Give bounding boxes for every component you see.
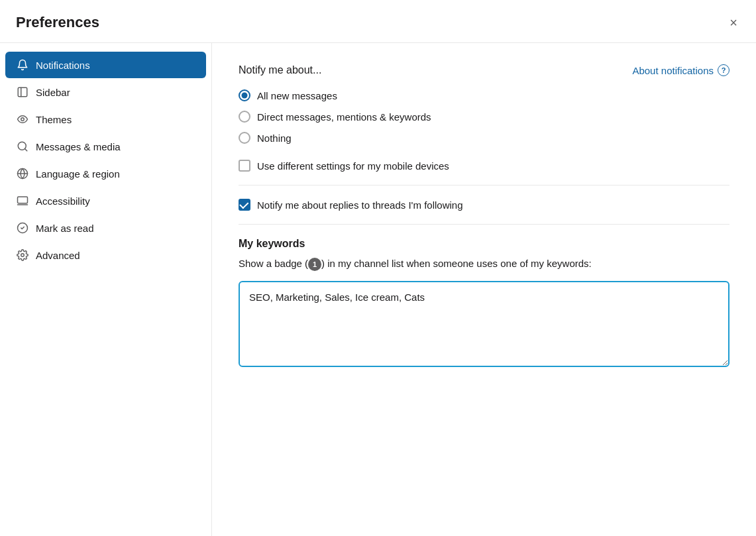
radio-nothing[interactable]: Nothing	[239, 132, 729, 144]
threads-checkbox[interactable]	[239, 199, 250, 211]
sidebar-item-accessibility[interactable]: Accessibility	[5, 188, 206, 214]
divider-2	[239, 224, 729, 225]
modal-body: Notifications Sidebar	[0, 43, 756, 536]
sidebar-label-accessibility: Accessibility	[36, 195, 90, 207]
keywords-title: My keywords	[239, 238, 729, 250]
about-link-text: About notifications	[632, 65, 714, 76]
sidebar-item-language[interactable]: Language & region	[5, 160, 206, 187]
mobile-devices-checkbox-label[interactable]: Use different settings for my mobile dev…	[239, 160, 729, 172]
notification-radio-group: All new messages Direct messages, mentio…	[239, 89, 729, 144]
keywords-section: My keywords Show a badge (1) in my chann…	[239, 238, 729, 369]
close-button[interactable]: ×	[727, 13, 740, 32]
sidebar-label-notifications: Notifications	[36, 60, 90, 71]
badge-count: 1	[308, 258, 321, 271]
bell-icon	[16, 58, 29, 72]
sidebar-label-messages-media: Messages & media	[36, 141, 121, 152]
section-header: Notify me about... About notifications ?	[239, 64, 729, 76]
keywords-textarea[interactable]: SEO, Marketing, Sales, Ice cream, Cats	[239, 281, 729, 367]
radio-nothing-label: Nothing	[257, 133, 292, 144]
main-content: Notify me about... About notifications ?…	[212, 43, 756, 536]
sidebar-item-notifications[interactable]: Notifications	[5, 52, 206, 78]
threads-checkbox-label[interactable]: Notify me about replies to threads I'm f…	[239, 199, 729, 211]
messages-icon	[16, 140, 29, 153]
sidebar-label-mark-as-read: Mark as read	[36, 223, 94, 234]
modal-header: Preferences ×	[0, 0, 756, 43]
radio-nothing-icon	[239, 132, 250, 144]
sidebar-item-themes[interactable]: Themes	[5, 106, 206, 133]
svg-point-9	[21, 254, 25, 257]
mobile-devices-checkbox[interactable]	[239, 160, 250, 172]
help-circle-icon: ?	[718, 64, 729, 76]
keywords-desc-before: Show a badge (	[239, 258, 308, 269]
threads-label: Notify me about replies to threads I'm f…	[257, 199, 463, 211]
about-notifications-link[interactable]: About notifications ?	[632, 64, 729, 76]
divider-1	[239, 185, 729, 186]
gear-icon	[16, 248, 29, 262]
eye-icon	[16, 113, 29, 126]
sidebar-icon	[16, 85, 29, 99]
laptop-icon	[16, 194, 29, 207]
notify-section-title: Notify me about...	[239, 64, 321, 76]
radio-all-icon	[239, 89, 250, 101]
sidebar-label-themes: Themes	[36, 114, 72, 125]
svg-point-2	[21, 118, 25, 121]
check-circle-icon	[16, 221, 29, 235]
mobile-devices-label: Use different settings for my mobile dev…	[257, 160, 449, 172]
radio-direct-messages[interactable]: Direct messages, mentions & keywords	[239, 111, 729, 123]
keywords-description: Show a badge (1) in my channel list when…	[239, 256, 729, 272]
radio-all-messages[interactable]: All new messages	[239, 89, 729, 101]
preferences-modal: Preferences × Notifications	[0, 0, 756, 536]
sidebar-item-sidebar[interactable]: Sidebar	[5, 79, 206, 105]
sidebar-item-mark-as-read[interactable]: Mark as read	[5, 215, 206, 241]
sidebar-label-language: Language & region	[36, 168, 120, 180]
svg-line-4	[25, 148, 27, 150]
svg-rect-0	[18, 87, 27, 97]
radio-direct-label: Direct messages, mentions & keywords	[257, 111, 431, 123]
sidebar-item-advanced[interactable]: Advanced	[5, 242, 206, 268]
keywords-desc-after: ) in my channel list when someone uses o…	[321, 258, 592, 269]
sidebar-nav: Notifications Sidebar	[0, 43, 212, 536]
sidebar-label-advanced: Advanced	[36, 250, 80, 261]
sidebar-label-sidebar: Sidebar	[36, 87, 70, 98]
sidebar-item-messages-media[interactable]: Messages & media	[5, 133, 206, 160]
radio-all-label: All new messages	[257, 90, 337, 101]
radio-direct-icon	[239, 111, 250, 123]
globe-icon	[16, 167, 29, 180]
svg-rect-7	[18, 197, 28, 203]
modal-title: Preferences	[16, 14, 99, 31]
